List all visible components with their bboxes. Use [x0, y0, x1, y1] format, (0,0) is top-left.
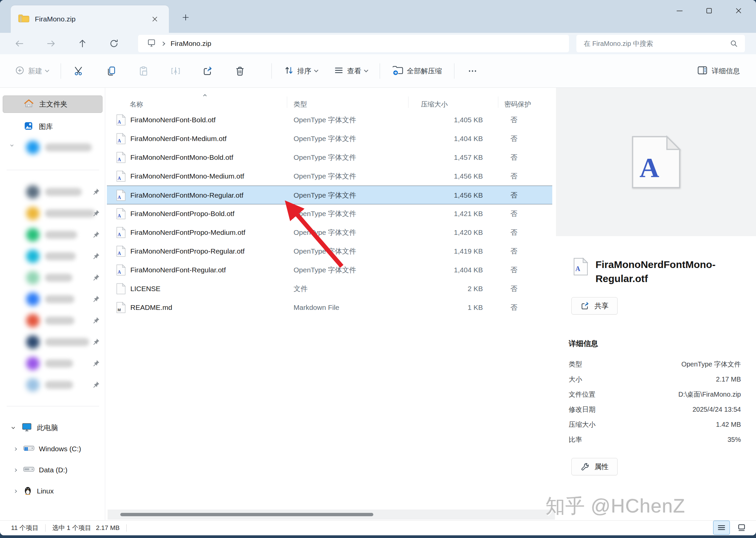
sidebar-item-blurred-pinned[interactable] — [3, 374, 103, 396]
file-name[interactable]: FiraMonoNerdFontPropo-Regular.otf — [130, 242, 245, 261]
file-compressed-size: 2 KB — [395, 279, 483, 298]
extract-all-button[interactable]: 全部解压缩 — [389, 62, 445, 80]
file-type: OpenType 字体文件 — [294, 223, 356, 242]
sidebar-item-blurred-pinned[interactable] — [3, 288, 103, 310]
file-name[interactable]: FiraMonoNerdFontMono-Bold.otf — [130, 148, 233, 167]
share-file-button[interactable]: 共享 — [571, 297, 618, 315]
file-row[interactable]: A FiraMonoNerdFont-Bold.otf OpenType 字体文… — [107, 111, 552, 129]
refresh-icon[interactable] — [107, 36, 121, 51]
breadcrumb-path[interactable]: FiraMono.zip — [171, 40, 211, 48]
tab-firamono-zip[interactable]: FiraMono.zip — [11, 5, 169, 33]
view-button[interactable]: 查看 — [330, 63, 371, 79]
file-name[interactable]: FiraMonoNerdFont-Medium.otf — [130, 129, 227, 148]
scissors-icon — [74, 66, 84, 76]
file-name[interactable]: README.md — [130, 298, 172, 317]
details-pane-toggle[interactable]: 详细信息 — [697, 65, 740, 77]
horizontal-scrollbar-thumb[interactable] — [120, 513, 373, 516]
sidebar-item-blurred-pinned[interactable] — [3, 246, 103, 267]
blurred-label — [45, 359, 73, 367]
file-type-icon: A — [116, 133, 126, 146]
file-name[interactable]: FiraMonoNerdFontPropo-Bold.otf — [130, 204, 234, 223]
sidebar-item-drive-d[interactable]: Data (D:) — [3, 461, 103, 479]
status-divider — [126, 524, 127, 532]
search-input[interactable]: 在 FiraMono.zip 中搜索 — [576, 35, 745, 52]
chevron-collapsed-icon[interactable] — [11, 469, 19, 472]
new-tab-button[interactable] — [177, 9, 194, 26]
delete-button[interactable] — [231, 62, 249, 80]
details-view-toggle[interactable] — [713, 521, 730, 535]
details-property-row: 比率 35% — [569, 432, 741, 447]
search-icon[interactable] — [730, 39, 738, 49]
column-header-protected[interactable]: 密码保护 — [504, 100, 531, 109]
icons-view-toggle[interactable] — [733, 521, 750, 535]
file-row[interactable]: A FiraMonoNerdFont-Regular.otf OpenType … — [107, 261, 552, 279]
file-name[interactable]: FiraMonoNerdFontMono-Regular.otf — [130, 186, 243, 205]
file-row[interactable]: A FiraMonoNerdFont-Medium.otf OpenType 字… — [107, 129, 552, 148]
address-bar[interactable]: FiraMono.zip — [138, 35, 569, 52]
drive-icon — [23, 465, 35, 475]
sidebar-item-blurred-pinned[interactable] — [3, 203, 103, 224]
sidebar-item-home[interactable]: 主文件夹 — [3, 95, 103, 113]
share-icon — [202, 66, 213, 76]
tab-close-icon[interactable] — [148, 12, 162, 26]
horizontal-scrollbar[interactable] — [108, 510, 555, 520]
rename-button[interactable]: A — [166, 62, 185, 80]
file-row[interactable]: A FiraMonoNerdFontMono-Medium.otf OpenTy… — [107, 167, 552, 186]
chevron-collapsed-icon[interactable] — [11, 448, 19, 451]
share-button[interactable] — [198, 62, 217, 80]
file-row[interactable]: A FiraMonoNerdFontPropo-Regular.otf Open… — [107, 242, 552, 261]
maximize-button[interactable] — [694, 0, 724, 21]
file-name[interactable]: FiraMonoNerdFontPropo-Medium.otf — [130, 223, 245, 242]
blurred-label — [45, 381, 73, 389]
sidebar-item-drive-c[interactable]: Windows (C:) — [3, 440, 103, 458]
up-icon[interactable] — [75, 36, 90, 51]
column-divider[interactable] — [287, 96, 287, 108]
file-explorer-window: FiraMono.zip — [0, 0, 756, 535]
file-compressed-size: 1,457 KB — [395, 148, 483, 167]
file-name[interactable]: FiraMonoNerdFont-Regular.otf — [130, 261, 226, 279]
more-options-button[interactable] — [463, 62, 482, 80]
cut-button[interactable] — [70, 62, 88, 80]
chevron-expanded-icon[interactable] — [9, 427, 17, 429]
ellipsis-icon — [467, 66, 478, 76]
close-window-button[interactable] — [724, 0, 753, 21]
paste-button[interactable] — [134, 62, 153, 80]
forward-icon[interactable] — [44, 36, 58, 51]
selected-file-name: FiraMonoNerdFontMono-Regular.otf — [595, 258, 743, 286]
sidebar-item-blurred-pinned[interactable] — [3, 267, 103, 288]
column-header-type[interactable]: 类型 — [294, 100, 307, 109]
this-pc-icon — [21, 422, 32, 434]
sidebar-item-blurred-pinned[interactable] — [3, 353, 103, 374]
selected-file-header: A FiraMonoNerdFontMono-Regular.otf — [573, 258, 743, 286]
column-divider[interactable] — [408, 96, 408, 108]
file-row[interactable]: A FiraMonoNerdFontPropo-Bold.otf OpenTyp… — [107, 204, 552, 223]
file-row[interactable]: A FiraMonoNerdFontMono-Bold.otf OpenType… — [107, 148, 552, 167]
sort-button[interactable]: 排序 — [280, 63, 321, 79]
file-name[interactable]: FiraMonoNerdFontMono-Medium.otf — [130, 167, 244, 186]
file-name[interactable]: LICENSE — [130, 279, 161, 298]
sidebar-item-blurred-pinned[interactable] — [3, 181, 103, 203]
column-header-size[interactable]: 压缩大小 — [421, 100, 448, 109]
column-divider[interactable] — [498, 96, 498, 108]
file-type-icon — [116, 283, 126, 296]
file-row[interactable]: A FiraMonoNerdFontMono-Regular.otf OpenT… — [107, 186, 552, 204]
chevron-collapsed-icon[interactable] — [11, 490, 19, 493]
file-row[interactable]: A FiraMonoNerdFontPropo-Medium.otf OpenT… — [107, 223, 552, 242]
back-icon[interactable] — [12, 36, 27, 51]
sidebar-item-gallery[interactable]: 图库 — [3, 118, 103, 135]
sidebar-item-linux[interactable]: Linux — [3, 482, 103, 500]
sidebar-item-blurred-pinned[interactable] — [3, 331, 103, 353]
properties-button[interactable]: 属性 — [571, 458, 618, 475]
new-button[interactable]: 新建 — [11, 63, 52, 79]
sidebar-item-this-pc[interactable]: 此电脑 — [3, 419, 103, 436]
sidebar-item-blurred-pinned[interactable] — [3, 310, 103, 331]
sidebar-item-blurred-pinned[interactable] — [3, 224, 103, 246]
copy-button[interactable] — [102, 62, 121, 80]
file-row[interactable]: M README.md Markdown File 1 KB 否 — [107, 298, 552, 317]
view-label: 查看 — [347, 66, 361, 76]
file-name[interactable]: FiraMonoNerdFont-Bold.otf — [130, 111, 215, 129]
column-header-name[interactable]: 名称 — [130, 100, 143, 109]
file-row[interactable]: LICENSE 文件 2 KB 否 — [107, 279, 552, 298]
minimize-button[interactable] — [665, 0, 694, 21]
sidebar-item-blurred-cloud[interactable] — [3, 138, 103, 157]
